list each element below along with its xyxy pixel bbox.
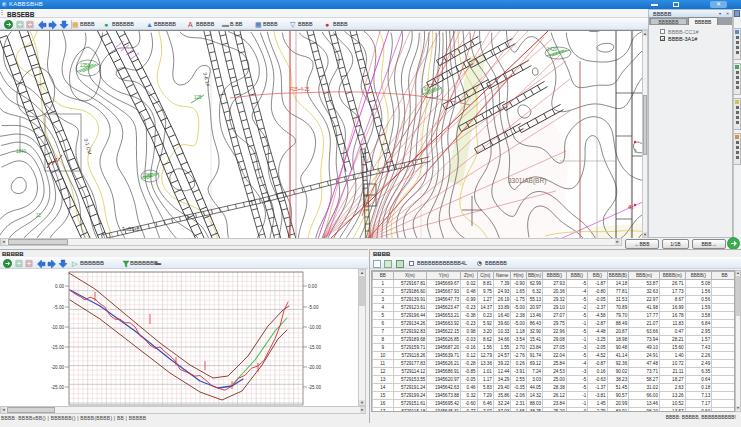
svg-text:4↓: 4↓: [628, 204, 634, 210]
svg-text:-5.00: -5.00: [308, 305, 319, 310]
svg-text:-15.00: -15.00: [51, 345, 64, 350]
svg-text:-20.00: -20.00: [51, 365, 64, 370]
svg-text:1340: 1340: [16, 149, 27, 154]
svg-text:-15.00: -15.00: [308, 345, 321, 350]
svg-text:3-xBSxB: 3-xBSxB: [122, 227, 140, 232]
svg-text:3301IAB(BR): 3301IAB(BR): [508, 177, 546, 185]
svg-text:-10.00: -10.00: [308, 325, 321, 330]
svg-text:-25.00: -25.00: [51, 385, 64, 390]
svg-text:0.00: 0.00: [55, 284, 64, 289]
svg-text:1282: 1282: [142, 173, 153, 178]
svg-text:0.00: 0.00: [308, 284, 317, 289]
svg-text:-5.00: -5.00: [54, 305, 65, 310]
svg-text:-10.00: -10.00: [51, 325, 64, 330]
svg-text:96: 96: [424, 87, 430, 92]
svg-text:-20.00: -20.00: [308, 365, 321, 370]
svg-text:F15+4-25: F15+4-25: [290, 87, 310, 92]
svg-text:1420: 1420: [547, 47, 558, 52]
svg-text:12: 12: [36, 213, 42, 218]
svg-text:-25.00: -25.00: [308, 385, 321, 390]
svg-text:125: 125: [194, 95, 202, 100]
svg-text:1358: 1358: [80, 63, 91, 68]
